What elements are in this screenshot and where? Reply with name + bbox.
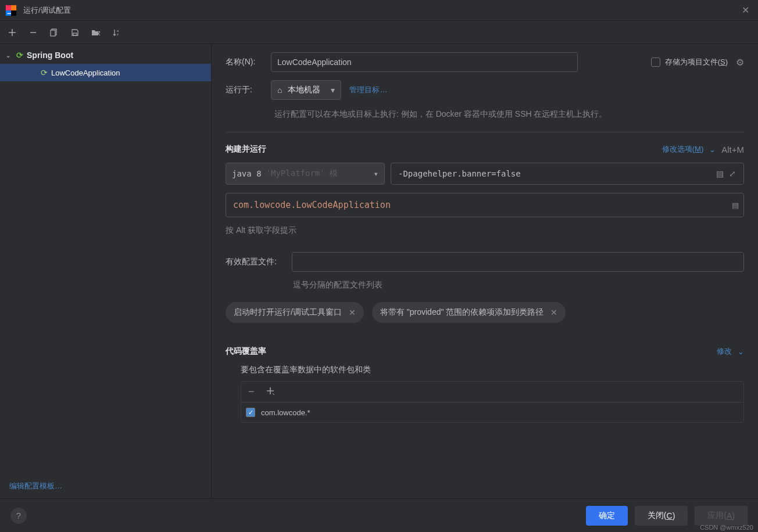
coverage-subtitle: 要包含在覆盖率数据中的软件包和类: [241, 365, 744, 375]
svg-rect-2: [11, 5, 16, 10]
package-name: com.lowcode.*: [261, 408, 310, 417]
remove-icon[interactable]: [28, 27, 38, 38]
window-title: 运行/调试配置: [23, 5, 737, 16]
jdk-dropdown[interactable]: java 8 'MyPlatform' 模 ▾: [226, 163, 385, 185]
spring-icon: ⟳: [41, 68, 48, 77]
folder-icon[interactable]: [91, 27, 101, 38]
coverage-packages-table: − ✓ com.lowcode.*: [241, 381, 744, 423]
main-class-input[interactable]: com.lowcode.LowCodeApplication ▤: [226, 193, 744, 217]
shortcut-hint: Alt+M: [721, 145, 744, 154]
sort-icon[interactable]: az: [112, 27, 122, 38]
chevron-down-icon: ⌄: [709, 145, 716, 154]
chevron-down-icon: ▾: [331, 85, 335, 95]
checkbox-icon[interactable]: [651, 57, 660, 67]
run-target-value: 本地机器: [288, 85, 320, 95]
coverage-title: 代码覆盖率: [226, 346, 266, 357]
copy-icon[interactable]: [49, 27, 59, 38]
store-label: 存储为项目文件(S): [665, 57, 728, 67]
name-label: 名称(N):: [226, 57, 263, 67]
run-on-label: 运行于:: [226, 85, 263, 95]
apply-button[interactable]: 应用(A): [695, 506, 748, 526]
config-tree: ⌄ ⟳ Spring Boot ⟳ LowCodeApplication: [0, 44, 211, 474]
main-class-value: com.lowcode.LowCodeApplication: [233, 200, 732, 210]
option-pill-open-tool-window[interactable]: 启动时打开运行/调试工具窗口 ✕: [226, 302, 364, 323]
edit-templates-link[interactable]: 编辑配置模板…: [9, 481, 62, 490]
tree-group-spring-boot[interactable]: ⌄ ⟳ Spring Boot: [0, 46, 211, 64]
spring-icon: ⟳: [16, 51, 23, 60]
profiles-hint: 逗号分隔的配置文件列表: [293, 280, 744, 290]
vm-options-value: -Dpagehelper.banner=false: [398, 169, 713, 178]
add-icon[interactable]: [7, 27, 17, 38]
package-row[interactable]: ✓ com.lowcode.*: [241, 402, 743, 422]
pill-label: 启动时打开运行/调试工具窗口: [234, 307, 342, 318]
svg-rect-1: [6, 5, 11, 10]
vm-options-input[interactable]: -Dpagehelper.banner=false ▤ ⤢: [391, 163, 744, 185]
watermark: CSDN @wmxz520: [700, 524, 753, 531]
run-target-description: 运行配置可以在本地或目标上执行: 例如，在 Docker 容器中或使用 SSH …: [274, 108, 744, 120]
ok-button[interactable]: 确定: [586, 506, 628, 526]
profiles-input[interactable]: [292, 252, 744, 272]
chevron-down-icon: ▾: [374, 169, 378, 178]
close-button[interactable]: 关闭(C): [635, 506, 688, 526]
store-as-project-file[interactable]: 存储为项目文件(S): [651, 57, 728, 67]
config-content: 名称(N): 存储为项目文件(S) ⚙ 运行于: ⌂ 本地机器 ▾ 管理目标… …: [212, 44, 758, 498]
build-run-title: 构建并运行: [226, 144, 266, 154]
close-icon[interactable]: ✕: [737, 5, 753, 16]
pill-label: 将带有 "provided" 范围的依赖项添加到类路径: [380, 307, 544, 318]
checkbox-checked-icon[interactable]: ✓: [246, 408, 255, 417]
config-sidebar: ⌄ ⟳ Spring Boot ⟳ LowCodeApplication 编辑配…: [0, 44, 212, 498]
manage-targets-link[interactable]: 管理目标…: [349, 85, 387, 95]
remove-icon[interactable]: −: [248, 386, 255, 398]
profiles-label: 有效配置文件:: [226, 257, 284, 267]
chevron-down-icon: ⌄: [6, 52, 13, 59]
name-input[interactable]: [271, 52, 578, 72]
chevron-down-icon: ⌄: [738, 347, 744, 356]
svg-text:z: z: [117, 33, 119, 36]
dialog-footer: ? 确定 关闭(C) 应用(A): [0, 498, 758, 532]
tree-item-label: LowCodeApplication: [51, 69, 120, 77]
help-button[interactable]: ?: [10, 508, 27, 524]
gear-icon[interactable]: ⚙: [736, 57, 744, 68]
jdk-value: java 8: [232, 169, 262, 178]
svg-rect-4: [8, 13, 11, 13]
list-icon[interactable]: ▤: [713, 169, 726, 178]
modify-options-link[interactable]: 修改选项(M): [662, 144, 704, 154]
alt-hint: 按 Alt 获取字段提示: [226, 225, 744, 236]
home-icon: ⌂: [277, 85, 282, 95]
tree-group-label: Spring Boot: [27, 51, 73, 60]
titlebar: 运行/调试配置 ✕: [0, 0, 758, 21]
remove-icon[interactable]: ✕: [550, 308, 557, 317]
expand-icon[interactable]: ⤢: [726, 169, 739, 178]
divider: [226, 132, 744, 132]
run-target-dropdown[interactable]: ⌂ 本地机器 ▾: [271, 80, 341, 100]
add-icon[interactable]: [266, 386, 274, 398]
svg-rect-7: [73, 33, 77, 35]
svg-rect-3: [6, 10, 11, 16]
coverage-modify-link[interactable]: 修改: [717, 346, 732, 357]
svg-rect-6: [51, 30, 55, 36]
intellij-logo-icon: [5, 4, 17, 17]
save-icon[interactable]: [70, 27, 80, 38]
remove-icon[interactable]: ✕: [349, 308, 356, 317]
option-pill-provided-scope[interactable]: 将带有 "provided" 范围的依赖项添加到类路径 ✕: [372, 302, 566, 323]
jdk-placeholder: 'MyPlatform' 模: [266, 168, 338, 179]
config-toolbar: az: [0, 21, 758, 44]
list-icon[interactable]: ▤: [732, 201, 739, 210]
tree-item-lowcodeapplication[interactable]: ⟳ LowCodeApplication: [0, 64, 211, 81]
